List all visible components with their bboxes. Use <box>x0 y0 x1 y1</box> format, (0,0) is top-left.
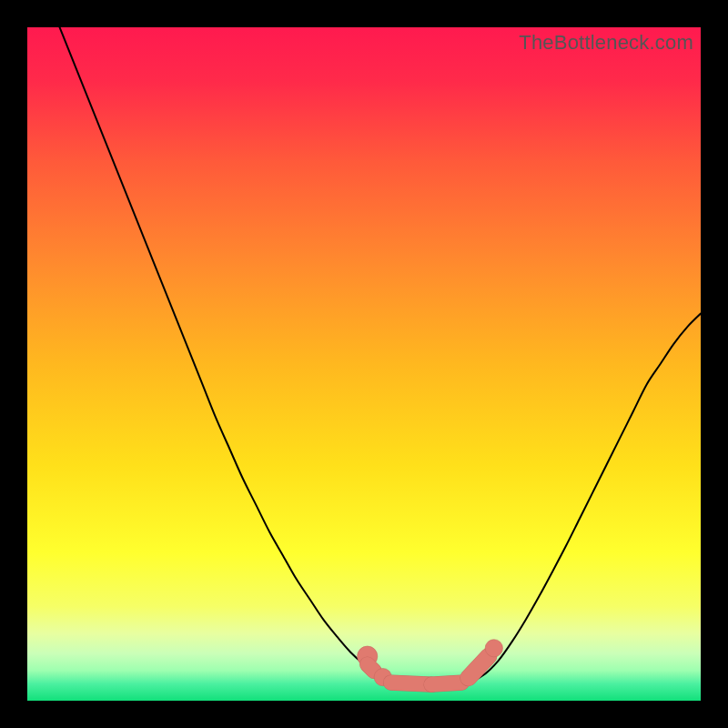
bottleneck-curve <box>55 27 701 685</box>
marker-group <box>358 640 503 686</box>
bottleneck-curve-layer <box>27 27 701 701</box>
curve-group <box>55 27 701 685</box>
valley-marker-capsule <box>431 682 461 684</box>
watermark-text: TheBottleneck.com <box>519 31 693 55</box>
chart-frame: TheBottleneck.com <box>27 27 701 701</box>
valley-marker-capsule <box>368 664 374 671</box>
valley-marker-dot <box>485 640 502 657</box>
